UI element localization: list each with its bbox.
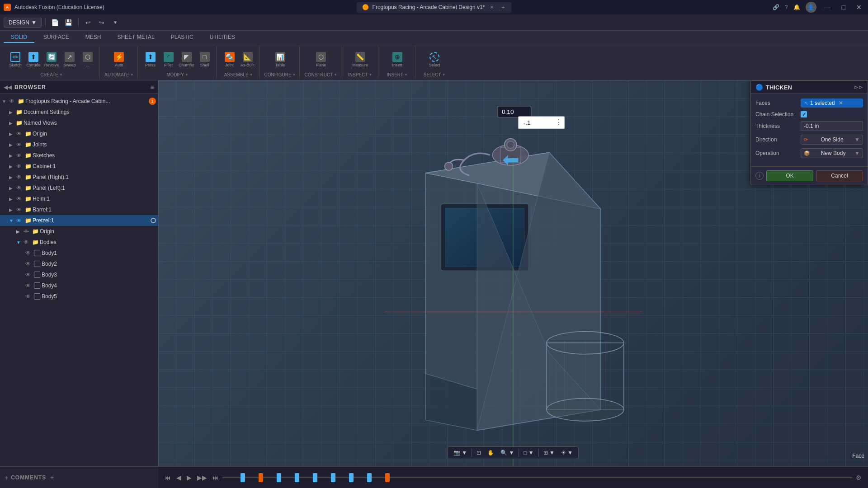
info-btn[interactable]: i (755, 172, 764, 180)
tree-item-panel-right[interactable]: ▶ 👁 📁 Panel (Right):1 (0, 172, 158, 183)
eye-root[interactable]: 👁 (8, 98, 15, 104)
tab-plastic[interactable]: PLASTIC (164, 32, 201, 43)
create-revolve-btn[interactable]: 🔄 Revolve (43, 50, 60, 70)
undo-arrow-btn[interactable]: ▼ (109, 17, 121, 28)
tab-mesh[interactable]: MESH (78, 32, 108, 43)
comments-plus-btn[interactable]: + (5, 474, 8, 481)
assemble-label[interactable]: ASSEMBLE ▼ (224, 72, 253, 77)
eye-barrel[interactable]: 👁 (15, 206, 23, 213)
assemble-joint[interactable]: 🔩 Joint (222, 50, 238, 70)
tree-item-sketches[interactable]: ▶ 👁 📁 Sketches (0, 150, 158, 161)
faces-selected-badge[interactable]: ↖ 1 selected ✕ (801, 99, 863, 108)
vp-env-btn[interactable]: ☀ ▼ (558, 448, 576, 457)
tree-item-root[interactable]: ▼ 👁 📁 Frogtopus Racing - Arcade Cabin...… (0, 96, 158, 107)
tree-item-pretzel[interactable]: ▼ 👁 📁 Pretzel:1 (0, 215, 158, 226)
ok-btn[interactable]: OK (766, 170, 813, 181)
maximize-btn[interactable]: □ (839, 3, 848, 12)
tree-item-body1[interactable]: 👁 Body1 (0, 248, 158, 258)
eye-sketches[interactable]: 👁 (15, 152, 23, 159)
construct-label[interactable]: CONSTRUCT ▼ (304, 72, 337, 77)
eye-cabinet[interactable]: 👁 (15, 163, 23, 169)
eye-panel-r[interactable]: 👁 (15, 174, 23, 180)
timeline-marker-4[interactable] (295, 473, 299, 482)
help-icon[interactable]: ? (785, 4, 788, 10)
eye-body4[interactable]: 👁 (24, 282, 32, 289)
close-btn[interactable]: ✕ (854, 3, 864, 12)
share-icon[interactable]: 🔗 (773, 4, 779, 10)
inspect-label[interactable]: INSPECT ▼ (348, 72, 372, 77)
eye-panel-l[interactable]: 👁 (15, 185, 23, 191)
timeline-play-first[interactable]: ⏮ (163, 472, 173, 483)
vp-grid-btn[interactable]: ⊞ ▼ (541, 448, 557, 457)
browser-options-btn[interactable]: ≡ (151, 84, 154, 91)
tree-item-joints[interactable]: ▶ 👁 📁 Joints (0, 139, 158, 150)
eye-body5[interactable]: 👁 (24, 293, 32, 300)
modify-fillet[interactable]: ◜ Fillet (160, 50, 177, 70)
checkbox-body2[interactable] (34, 261, 40, 267)
tree-item-named-views[interactable]: ▶ 📁 Named Views (0, 117, 158, 128)
comments-add-btn[interactable]: ＋ (49, 474, 55, 482)
notifications-icon[interactable]: 🔔 (793, 4, 800, 10)
clear-faces-btn[interactable]: ✕ (839, 100, 843, 106)
cancel-btn[interactable]: Cancel (816, 170, 863, 181)
insert-label[interactable]: INSERT ▼ (387, 72, 407, 77)
vp-camera-btn[interactable]: 📷 ▼ (451, 448, 470, 457)
inspect-measure[interactable]: 📏 Measure (352, 50, 368, 70)
checkbox-body3[interactable] (34, 272, 40, 278)
tree-item-helm[interactable]: ▶ 👁 📁 Helm:1 (0, 193, 158, 204)
timeline-play[interactable]: ▶ (185, 472, 193, 483)
select-label[interactable]: SELECT ▼ (424, 72, 446, 77)
automate-icon-1[interactable]: ⚡ Auto (111, 50, 127, 70)
viewport[interactable]: 0.10 -.1 ⋮ (158, 80, 868, 466)
checkbox-body5[interactable] (34, 293, 40, 300)
timeline-marker-8[interactable] (367, 473, 372, 482)
document-tab[interactable]: 🟠 Frogtopus Racing - Arcade Cabinet Desi… (357, 2, 512, 13)
checkbox-body1[interactable] (34, 250, 40, 256)
timeline-play-last[interactable]: ⏭ (211, 472, 221, 483)
vp-pan-btn[interactable]: ✋ (485, 448, 497, 457)
timeline-settings-btn[interactable]: ⚙ (854, 472, 863, 483)
tab-solid[interactable]: SOLID (4, 32, 34, 43)
create-extrude-btn[interactable]: ⬆ Extrude (25, 50, 42, 70)
eye-bodies[interactable]: 👁 (23, 239, 30, 245)
timeline-play-back[interactable]: ◀ (175, 472, 183, 483)
minimize-btn[interactable]: — (822, 3, 834, 12)
timeline-marker-5[interactable] (313, 473, 317, 482)
tree-item-body5[interactable]: 👁 Body5 (0, 291, 158, 302)
vp-display-btn[interactable]: □ ▼ (521, 448, 536, 457)
tree-item-body3[interactable]: 👁 Body3 (0, 269, 158, 280)
tree-item-cabinet[interactable]: ▶ 👁 📁 Cabinet:1 (0, 161, 158, 172)
timeline-marker-7[interactable] (349, 473, 354, 482)
timeline-marker-1[interactable] (241, 473, 245, 482)
eye-body3[interactable]: 👁 (24, 272, 32, 278)
browser-collapse-btn[interactable]: ◀◀ (4, 84, 12, 90)
create-sweep-btn[interactable]: ↗ Sweep (61, 50, 78, 70)
vp-zoom-btn[interactable]: 🔍 ▼ (498, 448, 517, 457)
tree-item-barrel[interactable]: ▶ 👁 📁 Barrel:1 (0, 204, 158, 215)
close-tab-btn[interactable]: × (490, 4, 493, 10)
automate-label[interactable]: AUTOMATE ▼ (104, 72, 134, 77)
operation-select[interactable]: 📦 New Body ▼ (801, 148, 863, 158)
assemble-as-built[interactable]: 📐 As-Built (240, 50, 256, 70)
eye-body2[interactable]: 👁 (24, 261, 32, 267)
design-mode-btn[interactable]: DESIGN ▼ (4, 18, 42, 28)
chain-checkbox[interactable]: ✓ (801, 111, 807, 117)
tree-item-bodies[interactable]: ▼ 👁 📁 Bodies (0, 237, 158, 248)
insert-svg[interactable]: ⊕ Insert (389, 50, 406, 70)
modify-press-pull[interactable]: ⬆ Press (142, 50, 159, 70)
select-cursor[interactable]: ↖ Select (426, 50, 443, 70)
account-icon[interactable]: 👤 (806, 2, 816, 13)
eye-origin[interactable]: 👁 (15, 131, 23, 137)
tab-utilities[interactable]: UTILITIES (203, 32, 242, 43)
timeline-play-fwd[interactable]: ▶▶ (195, 472, 209, 483)
eye-helm[interactable]: 👁 (15, 196, 23, 202)
eye-joints[interactable]: 👁 (15, 141, 23, 148)
eye-pretzel[interactable]: 👁 (15, 217, 23, 224)
thickness-input[interactable] (801, 121, 863, 131)
modify-label[interactable]: MODIFY ▼ (166, 72, 189, 77)
save-btn[interactable]: 💾 (63, 17, 75, 28)
timeline-track[interactable] (222, 477, 852, 478)
create-more-btn[interactable]: ⬡ ... (80, 50, 96, 70)
configure-label[interactable]: CONFIGURE ▼ (264, 72, 296, 77)
checkbox-body4[interactable] (34, 282, 40, 289)
